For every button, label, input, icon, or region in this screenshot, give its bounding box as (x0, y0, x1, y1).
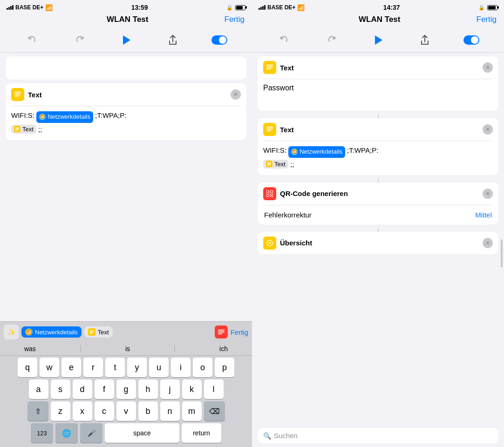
network-token-right[interactable]: 📶 Netzwerkdetails (288, 146, 345, 158)
key-j[interactable]: j (160, 379, 180, 399)
overview-card-header: Übersicht ✕ (258, 232, 498, 254)
key-123[interactable]: 123 (31, 423, 53, 443)
text-card-title-left: Text (28, 91, 227, 99)
key-c[interactable]: c (95, 401, 114, 421)
right-status-left: BASE DE+ 📶 (259, 4, 305, 11)
wifi-card-close-right[interactable]: ✕ (483, 124, 493, 135)
key-m[interactable]: m (182, 401, 202, 421)
passwort-card-body[interactable]: Passwort (258, 79, 498, 111)
redo-button[interactable] (71, 32, 88, 48)
right-play-icon (375, 35, 382, 45)
key-f[interactable]: f (95, 379, 114, 399)
right-redo-button[interactable] (323, 32, 340, 48)
key-a[interactable]: a (29, 379, 48, 399)
key-t[interactable]: t (105, 358, 125, 377)
text-card-close-left[interactable]: ✕ (231, 89, 241, 100)
right-scroll-area[interactable]: Text ✕ Passwort Text ✕ (252, 53, 504, 426)
left-fertig-button[interactable]: Fertig (225, 15, 245, 24)
key-z[interactable]: z (51, 401, 70, 421)
search-bar[interactable]: 🔍 Suchen (258, 428, 498, 443)
svg-rect-14 (266, 68, 271, 69)
key-x[interactable]: x (73, 401, 92, 421)
run-button[interactable] (117, 32, 134, 48)
key-l[interactable]: l (204, 379, 224, 399)
wifi-text-left: WIFI:S: 📶 Netzwerkdetails ;T:WPA;P: (11, 110, 241, 123)
text-token-left[interactable]: Text (11, 125, 36, 134)
key-space[interactable]: space (105, 423, 179, 443)
autocomplete-ich[interactable]: ich (215, 344, 232, 353)
key-n[interactable]: n (160, 401, 180, 421)
key-microphone[interactable]: 🎤 (80, 423, 102, 443)
key-d[interactable]: d (73, 379, 92, 399)
overview-card-title: Übersicht (280, 239, 479, 247)
signal-bar-1 (7, 8, 8, 10)
key-return[interactable]: return (182, 423, 221, 443)
right-nav-bar: WLAN Test Fertig (252, 13, 504, 28)
wifi-prefix-left: WIFI:S: (11, 111, 34, 119)
toggle-button[interactable] (211, 32, 228, 48)
key-q[interactable]: q (18, 358, 37, 377)
right-share-button[interactable] (416, 32, 433, 48)
left-nav-title: WLAN Test (107, 15, 148, 24)
svg-rect-13 (266, 67, 273, 68)
lock-icon-left: 🔒 (226, 5, 233, 11)
svg-rect-3 (15, 128, 19, 129)
key-o[interactable]: o (193, 358, 212, 377)
key-backspace[interactable]: ⌫ (204, 401, 225, 421)
wifi-card-body-right[interactable]: WIFI:S: 📶 Netzwerkdetails ;T:WPA;P: (258, 141, 498, 175)
key-i[interactable]: i (171, 358, 191, 377)
svg-rect-30 (272, 196, 273, 197)
magic-wand-button[interactable]: ✨ (4, 325, 19, 339)
autocomplete-is[interactable]: is (121, 344, 135, 353)
right-run-button[interactable] (369, 32, 386, 48)
key-w[interactable]: w (40, 358, 59, 377)
text-token-icon-left (14, 126, 20, 132)
key-b[interactable]: b (138, 401, 158, 421)
wifi-suffix-right: ;; (290, 160, 294, 168)
qr-fehler-row[interactable]: Fehlerkorrektur Mittel (258, 205, 498, 224)
autocomplete-was[interactable]: was (20, 344, 41, 353)
connector-1 (378, 115, 379, 118)
right-status-bar: BASE DE+ 📶 14:37 🔒 (252, 0, 504, 13)
key-shift[interactable]: ⇧ (27, 401, 48, 421)
right-undo-button[interactable] (276, 32, 293, 48)
key-s[interactable]: s (51, 379, 70, 399)
qr-card-close[interactable]: ✕ (483, 189, 493, 199)
fertig-suggestion[interactable]: Fertig (215, 325, 248, 339)
passwort-card-close[interactable]: ✕ (483, 62, 493, 73)
right-toggle-button[interactable] (463, 32, 480, 48)
scroll-handle (501, 239, 503, 267)
network-suggestion[interactable]: 📶 Netzwerkdetails (21, 326, 82, 338)
overview-card-close[interactable]: ✕ (483, 238, 493, 248)
key-g[interactable]: g (116, 379, 136, 399)
wifi-token-icon-right: 📶 (291, 149, 298, 155)
left-scroll-area[interactable]: Text ✕ WIFI:S: 📶 Netzwerkdetails ;T:WPA;… (0, 53, 252, 321)
right-fertig-button[interactable]: Fertig (477, 15, 497, 24)
key-h[interactable]: h (138, 379, 158, 399)
text-card-wifi-right: Text ✕ WIFI:S: 📶 Netzwerkdetails ;T:WPA;… (258, 118, 498, 175)
key-k[interactable]: k (182, 379, 202, 399)
key-globe[interactable]: 🌐 (55, 423, 78, 443)
text-card-body-left[interactable]: WIFI:S: 📶 Netzwerkdetails ;T:WPA;P: (6, 106, 246, 140)
connector-2 (378, 179, 379, 183)
svg-point-33 (269, 242, 271, 244)
key-u[interactable]: u (149, 358, 169, 377)
network-token-left[interactable]: 📶 Netzwerkdetails (36, 111, 93, 123)
wifi-middle-left: ;T:WPA;P: (95, 111, 126, 119)
text-suggestion[interactable]: Text (84, 326, 113, 338)
key-p[interactable]: p (215, 358, 234, 377)
share-button[interactable] (164, 32, 181, 48)
key-y[interactable]: y (127, 358, 147, 377)
text-token-right[interactable]: Text (263, 160, 288, 169)
play-icon (123, 35, 130, 45)
right-panel: BASE DE+ 📶 14:37 🔒 WLAN Test Fertig (252, 0, 504, 447)
key-r[interactable]: r (83, 358, 103, 377)
text-token-icon-right (266, 161, 272, 167)
network-suggestion-label: Netzwerkdetails (35, 329, 78, 336)
fehler-value[interactable]: Mittel (475, 211, 492, 219)
svg-rect-10 (218, 332, 225, 332)
signal-bar-2 (8, 7, 10, 10)
key-v[interactable]: v (116, 401, 136, 421)
key-e[interactable]: e (61, 358, 81, 377)
undo-button[interactable] (24, 32, 41, 48)
